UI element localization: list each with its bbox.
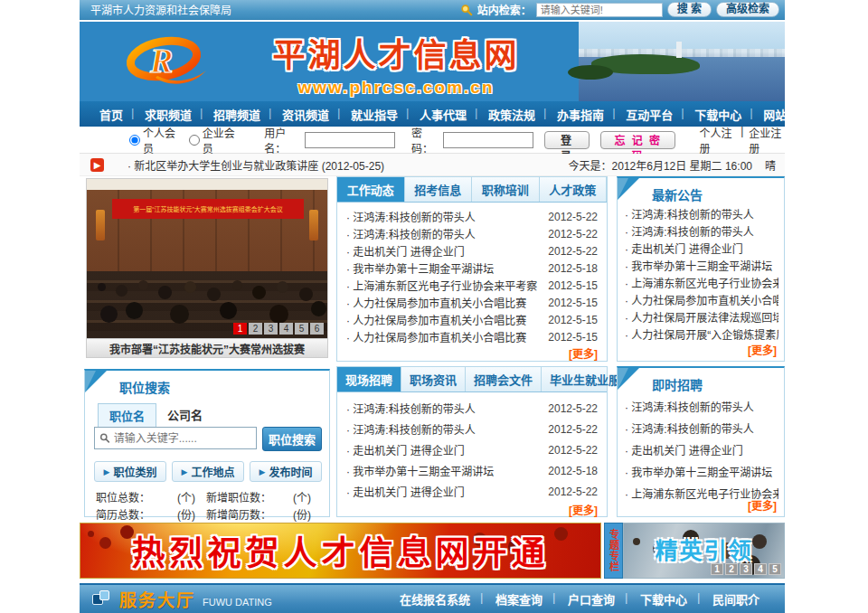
recruit-tab[interactable]: 招聘会文件 — [466, 367, 542, 391]
instant-more-link[interactable]: [更多] — [748, 497, 777, 513]
recruit-tab[interactable]: 职场资讯 — [401, 367, 466, 391]
advanced-search-button[interactable]: 高级检索 — [716, 2, 779, 17]
notice-item[interactable]: 人力社保局参加市直机关小合唱比赛 — [625, 293, 778, 310]
instant-recruit-item[interactable]: 走出机关门 进得企业门 — [625, 440, 778, 462]
news-item[interactable]: 汪鸿涛:科技创新的带头人 2012-5-22 — [346, 208, 598, 225]
news-item[interactable]: 人力社保局参加市直机关小合唱比赛 2012-5-15 — [346, 294, 598, 311]
org-name: 平湖市人力资源和社会保障局 — [90, 2, 231, 17]
news-item[interactable]: 上海浦东新区光电子行业协会来平考察 2012-5-15 — [346, 277, 598, 294]
company-register-link[interactable]: 企业注册 — [749, 125, 785, 156]
service-links: 在线报名系统档案查询户口查询下载中心民间职介 — [387, 590, 772, 608]
nav-item[interactable]: 下载中心 — [684, 106, 752, 123]
elite-page-button[interactable]: 3 — [740, 563, 752, 575]
news-item[interactable]: 人力社保局参加市直机关小合唱比赛 2012-5-15 — [346, 328, 598, 345]
forgot-password-button[interactable]: 忘 记 密 码 — [600, 131, 675, 149]
instant-recruit-item[interactable]: 汪鸿涛:科技创新的带头人 — [625, 397, 778, 419]
company-radio[interactable] — [189, 135, 200, 146]
news-more-link[interactable]: [更多] — [337, 345, 607, 361]
notice-more-link[interactable]: [更多] — [748, 342, 777, 357]
nav-item[interactable]: 办事指南 — [546, 106, 615, 123]
slideshow-page-button[interactable]: 1 — [233, 323, 247, 335]
job-search-tab[interactable]: 公司名 — [156, 403, 213, 427]
login-button[interactable]: 登 录 — [544, 131, 590, 149]
recruit-item[interactable]: 走出机关门 进得企业门 2012-5-22 — [346, 439, 598, 460]
slideshow-page-button[interactable]: 5 — [295, 323, 308, 335]
recruit-item[interactable]: 走出机关门 进得企业门 2012-5-22 — [346, 481, 598, 502]
nav-item[interactable]: 政策法规 — [477, 106, 546, 123]
slideshow-caption[interactable]: 我市部署“江苏技能状元”大赛常州选拔赛 — [86, 339, 328, 358]
nav-item[interactable]: 资讯频道 — [271, 106, 340, 123]
slideshow-page-button[interactable]: 3 — [264, 323, 278, 335]
ticker-icon: ▶ — [90, 158, 104, 172]
site-logo-icon: R — [123, 34, 210, 89]
keyword-search-icon — [99, 432, 110, 444]
recruit-more-link[interactable]: [更多] — [337, 502, 607, 517]
job-search-tab[interactable]: 职位名 — [98, 403, 156, 427]
notice-item[interactable]: 上海浦东新区光电子行业协会来平考 — [625, 276, 778, 293]
notice-item[interactable]: 人力社保局开展法律法规巡回培训 — [625, 310, 778, 327]
recruit-tabs: 现场招聘职场资讯招聘会文件毕业生就业服务 — [337, 367, 607, 392]
elite-page-button[interactable]: 1 — [711, 563, 723, 575]
nav-item[interactable]: 就业指导 — [340, 106, 409, 123]
special-column-banner[interactable]: 专题专栏 精英引领 12345 — [604, 523, 785, 579]
recruit-item[interactable]: 汪鸿涛:科技创新的带头人 2012-5-22 — [346, 398, 598, 419]
celebration-banner[interactable]: 热烈祝贺人才信息网开通 — [80, 523, 601, 579]
service-link[interactable]: 档案查询 — [483, 590, 555, 608]
news-item[interactable]: 人力社保局参加市直机关小合唱比赛 2012-5-15 — [346, 311, 598, 328]
elite-page-button[interactable]: 5 — [769, 563, 781, 575]
service-link[interactable]: 在线报名系统 — [387, 590, 483, 608]
job-search-button[interactable]: 职位搜索 — [262, 427, 322, 451]
nav-item[interactable]: 网站地图 — [752, 106, 821, 123]
password-input[interactable] — [443, 132, 533, 148]
service-hall-bar: 服务大厅 FUWU DATING 在线报名系统档案查询户口查询下载中心民间职介 — [80, 583, 785, 613]
slideshow-page-button[interactable]: 2 — [249, 323, 262, 335]
filter-dropdown-button[interactable]: ▶发布时间 — [250, 461, 322, 482]
nav-item[interactable]: 首页 — [89, 106, 134, 123]
news-tab[interactable]: 人才政策 — [540, 177, 608, 202]
news-tab[interactable]: 工作动态 — [337, 177, 405, 202]
username-input[interactable] — [305, 132, 395, 148]
panel-corner-decoration — [85, 371, 107, 392]
slideshow-page-button[interactable]: 4 — [279, 323, 293, 335]
filter-dropdown-button[interactable]: ▶职位类别 — [94, 461, 166, 482]
job-search-title: 职位搜索 — [119, 378, 170, 396]
news-item[interactable]: 我市举办第十三期金平湖讲坛 2012-5-18 — [346, 259, 598, 277]
notice-item[interactable]: 汪鸿涛:科技创新的带头人 — [625, 224, 778, 241]
panel-corner-decoration — [618, 178, 639, 200]
instant-recruit-item[interactable]: 我市举办第十三期金平湖讲坛 — [625, 462, 778, 484]
notice-item[interactable]: 汪鸿涛:科技创新的带头人 — [625, 207, 778, 224]
news-item[interactable]: 走出机关门 进得企业门 2012-5-22 — [346, 242, 598, 259]
nav-item[interactable]: 求职频道 — [134, 106, 203, 123]
filter-dropdown-button[interactable]: ▶工作地点 — [172, 461, 244, 482]
slideshow-photo[interactable]: 第一届“江苏技能状元”大赛常州选拔赛组委会扩大会议 123456 — [86, 178, 328, 339]
recruit-item[interactable]: 汪鸿涛:科技创新的带头人 2012-5-22 — [346, 419, 598, 439]
service-link[interactable]: 民间职介 — [700, 590, 772, 608]
notice-title: 最新公告 — [652, 185, 703, 203]
notice-item[interactable]: 走出机关门 进得企业门 — [625, 241, 778, 259]
news-item[interactable]: 汪鸿涛:科技创新的带头人 2012-5-22 — [346, 225, 598, 242]
keyword-input[interactable] — [114, 432, 251, 445]
service-link[interactable]: 户口查询 — [555, 590, 627, 608]
service-link[interactable]: 下载中心 — [627, 590, 700, 608]
recruit-item[interactable]: 我市举办第十三期金平湖讲坛 2012-5-18 — [346, 460, 598, 481]
search-button[interactable]: 搜 索 — [667, 2, 712, 17]
member-type-personal[interactable]: 个人会员 — [129, 125, 178, 156]
personal-register-link[interactable]: 个人注册 — [699, 125, 735, 156]
svg-text:R: R — [149, 42, 173, 80]
nav-item[interactable]: 招聘频道 — [203, 106, 271, 123]
instant-recruit-item[interactable]: 汪鸿涛:科技创新的带头人 — [625, 419, 778, 440]
nav-item[interactable]: 互动平台 — [615, 106, 684, 123]
service-hall-icon — [92, 590, 112, 608]
personal-radio[interactable] — [129, 135, 140, 146]
recruit-tab[interactable]: 现场招聘 — [337, 367, 401, 391]
news-tab[interactable]: 招考信息 — [405, 177, 473, 202]
slideshow-page-button[interactable]: 6 — [310, 323, 324, 335]
ticker-news-link[interactable]: 新北区举办大学生创业与就业政策讲座 (2012-05-25) — [127, 157, 384, 173]
elite-page-button[interactable]: 2 — [725, 563, 738, 575]
news-tab[interactable]: 职称培训 — [472, 177, 540, 202]
site-search-input[interactable] — [536, 3, 663, 17]
nav-item[interactable]: 人事代理 — [409, 106, 477, 123]
notice-item[interactable]: 我市举办第十三期金平湖讲坛 — [625, 259, 778, 276]
elite-page-button[interactable]: 4 — [754, 563, 767, 575]
member-type-company[interactable]: 企业会员 — [189, 125, 238, 156]
